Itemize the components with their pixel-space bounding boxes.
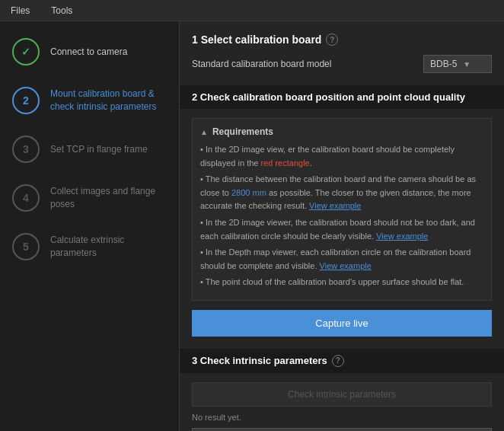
sidebar-step-5[interactable]: 5 Calculate extrinsic parameters <box>0 222 179 271</box>
req-view-example-3[interactable]: View example <box>320 261 372 270</box>
req-view-example-2[interactable]: View example <box>376 231 428 241</box>
step-label-3: Set TCP in flange frame <box>50 143 148 156</box>
req-item-3: • In the 2D image viewer, the calibratio… <box>200 216 483 243</box>
section3-help-icon[interactable]: ? <box>332 355 344 367</box>
board-dropdown[interactable]: BDB-5 ▼ <box>423 55 492 73</box>
section1-help-icon[interactable]: ? <box>326 34 338 46</box>
check-intrinsic-button: Check intrinsic parameters <box>192 382 492 407</box>
step-circle-5: 5 <box>12 233 40 260</box>
section3-divider: 3 Check intrinsic parameters ? <box>180 349 504 373</box>
req-item-5: • The point cloud of the calibration boa… <box>200 276 483 289</box>
step-circle-1: ✓ <box>12 38 40 65</box>
req-distance-highlight: 2800 mm <box>231 188 266 197</box>
req-item-4: • In the Depth map viewer, each calibrat… <box>200 246 483 273</box>
sidebar: ✓ Connect to camera 2 Mount calibration … <box>0 21 180 431</box>
board-label: Standard calibaration board model <box>192 59 331 69</box>
no-result-text: No result yet. <box>192 413 492 422</box>
calibration-board-row: Standard calibaration board model BDB-5 … <box>192 55 492 73</box>
content-area: 1 Select calibration board ? Standard ca… <box>180 21 504 431</box>
req-red-highlight: red rectangle <box>261 158 310 168</box>
sidebar-step-4[interactable]: 4 Collect images and flange poses <box>0 174 179 222</box>
sidebar-step-2[interactable]: 2 Mount calibration board & check intrin… <box>0 76 179 125</box>
step-label-4: Collect images and flange poses <box>50 185 167 211</box>
menu-tools[interactable]: Tools <box>46 4 77 18</box>
main-layout: ✓ Connect to camera 2 Mount calibration … <box>0 21 504 431</box>
menu-files[interactable]: Files <box>6 4 34 18</box>
req-view-example-1[interactable]: View example <box>309 201 361 210</box>
section2-title: 2 Check calibration board position and p… <box>192 91 492 103</box>
step-label-1: Connect to camera <box>50 46 127 59</box>
step-label-2: Mount calibration board & check intrinsi… <box>50 88 167 113</box>
capture-live-button[interactable]: Capture live <box>192 310 492 337</box>
section1-title: 1 Select calibration board ? <box>192 34 492 46</box>
draw-aid-circle-button[interactable]: Draw an aid circle <box>192 428 492 431</box>
requirements-list: • In the 2D image view, er the calibrati… <box>200 143 483 289</box>
section2-divider: 2 Check calibration board position and p… <box>180 85 504 109</box>
step-label-5: Calculate extrinsic parameters <box>50 234 167 260</box>
requirements-header[interactable]: ▲ Requirements <box>200 126 483 137</box>
section3-title: 3 Check intrinsic parameters ? <box>192 355 492 367</box>
board-value: BDB-5 <box>430 59 457 69</box>
step-circle-4: 4 <box>12 184 40 212</box>
requirements-panel: ▲ Requirements • In the 2D image view, e… <box>192 118 492 301</box>
menubar: Files Tools <box>0 0 504 21</box>
dropdown-arrow-icon: ▼ <box>463 60 471 69</box>
step-circle-3: 3 <box>12 136 40 163</box>
requirements-collapse-icon: ▲ <box>200 128 208 136</box>
sidebar-step-3[interactable]: 3 Set TCP in flange frame <box>0 125 179 174</box>
req-item-1: • In the 2D image view, er the calibrati… <box>200 143 483 170</box>
requirements-header-text: Requirements <box>212 126 273 137</box>
req-item-2: • The distance between the calibration b… <box>200 173 483 213</box>
sidebar-step-1[interactable]: ✓ Connect to camera <box>0 27 179 76</box>
step-circle-2: 2 <box>12 87 40 114</box>
